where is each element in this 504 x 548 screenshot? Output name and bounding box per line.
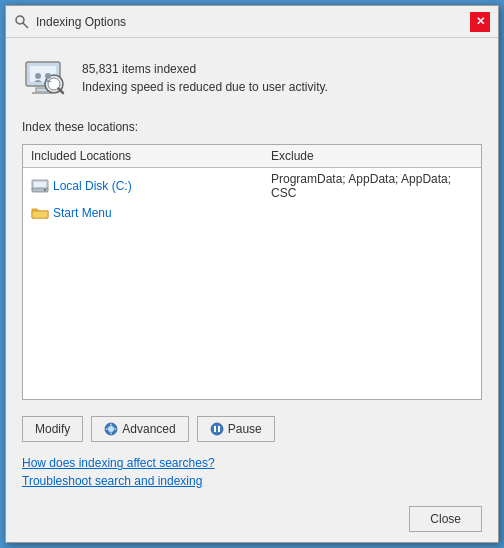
table-body: Local Disk (C:) ProgramData; AppData; Ap… [23,168,481,226]
items-count: 85,831 items indexed [82,62,328,76]
locations-table: Included Locations Exclude Local Disk (C… [22,144,482,400]
info-text: 85,831 items indexed Indexing speed is r… [82,62,328,94]
svg-rect-19 [218,426,220,432]
window-close-button[interactable]: ✕ [470,12,490,32]
close-button[interactable]: Close [409,506,482,532]
title-bar: Indexing Options ✕ [6,6,498,38]
svg-rect-18 [214,426,216,432]
info-section: 85,831 items indexed Indexing speed is r… [22,50,482,106]
action-buttons: Modify Advanced Pause [22,410,482,446]
local-disk-name: Local Disk (C:) [53,179,271,193]
start-menu-name: Start Menu [53,206,271,220]
table-header: Included Locations Exclude [23,145,481,168]
footer: Close [6,500,498,542]
advanced-button[interactable]: Advanced [91,416,188,442]
links-section: How does indexing affect searches? Troub… [22,456,482,488]
svg-point-10 [45,73,51,79]
exclude-header: Exclude [271,149,473,163]
local-disk-exclude: ProgramData; AppData; AppData; CSC [271,172,473,200]
search-icon [22,54,70,102]
window-icon [14,14,30,30]
svg-line-1 [23,23,28,28]
svg-point-17 [211,423,223,435]
main-content: 85,831 items indexed Indexing speed is r… [6,38,498,500]
folder-icon [31,204,49,222]
svg-point-14 [44,189,46,191]
drive-icon [31,177,49,195]
pause-icon [210,422,224,436]
troubleshoot-link[interactable]: Troubleshoot search and indexing [22,474,482,488]
svg-point-16 [108,426,114,432]
title-bar-left: Indexing Options [14,14,126,30]
svg-point-0 [16,16,24,24]
modify-button[interactable]: Modify [22,416,83,442]
table-row[interactable]: Start Menu [23,202,481,224]
table-row[interactable]: Local Disk (C:) ProgramData; AppData; Ap… [23,170,481,202]
affect-searches-link[interactable]: How does indexing affect searches? [22,456,482,470]
window-title: Indexing Options [36,15,126,29]
svg-line-8 [59,89,64,94]
included-locations-header: Included Locations [31,149,271,163]
indexing-options-window: Indexing Options ✕ [5,5,499,543]
svg-point-9 [35,73,41,79]
pause-button[interactable]: Pause [197,416,275,442]
advanced-icon [104,422,118,436]
locations-label: Index these locations: [22,120,482,134]
svg-rect-12 [34,182,46,188]
indexing-status: Indexing speed is reduced due to user ac… [82,80,328,94]
